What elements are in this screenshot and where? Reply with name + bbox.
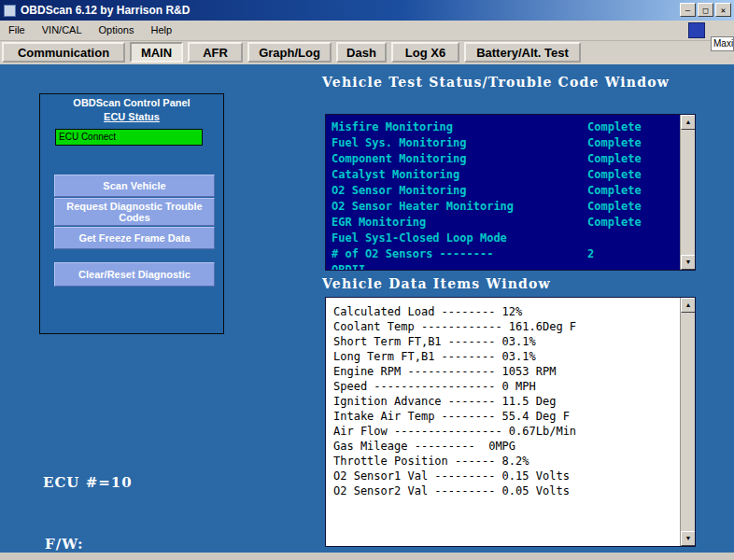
- maximize-button[interactable]: □: [698, 3, 713, 17]
- maxim-window-fragment: Maxim: [711, 36, 734, 51]
- tab-graph-log[interactable]: Graph/Log: [247, 42, 332, 63]
- minimize-button[interactable]: –: [680, 3, 696, 17]
- status-name: O2 Sensor Heater Monitoring: [332, 200, 514, 213]
- status-value: Complete: [587, 151, 642, 167]
- status-row: EGR MonitoringComplete: [326, 215, 680, 231]
- tab-afr[interactable]: AFR: [188, 42, 243, 63]
- data-line: O2 Sensor1 Val --------- 0.15 Volts: [326, 469, 680, 483]
- status-row: O2 Sensor Heater MonitoringComplete: [326, 199, 680, 215]
- background-window-fragment: [688, 22, 705, 38]
- status-row: OBDII: [326, 262, 680, 271]
- tab-communication[interactable]: Communication: [2, 42, 125, 63]
- data-scrollbar[interactable]: ▲ ▼: [680, 298, 695, 546]
- control-panel-title: OBDScan Control Panel: [40, 97, 223, 108]
- status-row: Component MonitoringComplete: [326, 151, 680, 167]
- status-value: Complete: [587, 215, 642, 231]
- data-line: Engine RPM ------------- 1053 RPM: [326, 364, 680, 379]
- ecu-status-field[interactable]: ECU Connect: [55, 129, 203, 146]
- control-panel: OBDScan Control Panel ECU Status ECU Con…: [39, 93, 224, 334]
- data-line: Gas Mileage --------- 0MPG: [326, 439, 680, 454]
- data-line: O2 Sensor2 Val --------- 0.05 Volts: [326, 483, 680, 498]
- status-name: Fuel Sys. Monitoring: [332, 136, 467, 149]
- bottom-edge-strip: [0, 553, 734, 560]
- status-row: O2 Sensor MonitoringComplete: [326, 183, 680, 199]
- scroll-up-icon[interactable]: ▲: [681, 298, 696, 313]
- data-line: Long Term FT,B1 -------- 03.1%: [326, 349, 680, 364]
- status-name: Fuel Sys1-Closed Loop Mode: [332, 231, 507, 245]
- scroll-down-icon[interactable]: ▼: [681, 255, 696, 270]
- status-row: # of O2 Sensors --------2: [326, 246, 680, 262]
- menu-item-options[interactable]: Options: [91, 21, 143, 40]
- scan-vehicle-button[interactable]: Scan Vehicle: [54, 175, 215, 197]
- status-name: Catalyst Monitoring: [332, 168, 459, 181]
- status-row: Fuel Sys1-Closed Loop Mode: [326, 231, 680, 246]
- fw-label: F/W:: [45, 536, 84, 553]
- data-window-title: Vehicle Data Items Window: [322, 276, 551, 291]
- status-window: Misfire MonitoringComplete Fuel Sys. Mon…: [325, 114, 696, 271]
- status-window-title: Vehicle Test Status/Trouble Code Window: [322, 75, 670, 90]
- status-value: Complete: [587, 119, 642, 135]
- tab-battery-alt-test[interactable]: Battery/Alt. Test: [464, 42, 581, 63]
- status-value: 2: [587, 246, 594, 262]
- status-value: Complete: [587, 135, 642, 151]
- status-name: Misfire Monitoring: [332, 120, 453, 133]
- request-dtc-button[interactable]: Request Diagnostic Trouble Codes: [54, 198, 215, 226]
- menu-item-vin-cal[interactable]: VIN/CAL: [34, 21, 91, 40]
- status-row: Catalyst MonitoringComplete: [326, 167, 680, 183]
- data-line: Ignition Advance ------- 11.5 Deg: [326, 394, 680, 409]
- data-line: Short Term FT,B1 ------- 03.1%: [326, 334, 680, 349]
- ecu-number-text: ECU #=10: [43, 474, 133, 491]
- status-row: Misfire MonitoringComplete: [326, 119, 680, 135]
- status-name: # of O2 Sensors --------: [332, 247, 493, 260]
- data-line: Speed ------------------ 0 MPH: [326, 379, 680, 394]
- data-line: Coolant Temp ------------ 161.6Deg F: [326, 319, 680, 334]
- get-freeze-frame-button[interactable]: Get Freeze Frame Data: [54, 227, 215, 249]
- status-value: Complete: [587, 183, 642, 199]
- status-name: EGR Monitoring: [332, 216, 426, 229]
- data-window: Calculated Load -------- 12% Coolant Tem…: [325, 297, 696, 547]
- app-window: OBDScan 6.12 by Harrison R&D – □ ✕ File …: [0, 0, 734, 560]
- tab-main[interactable]: MAIN: [130, 42, 183, 63]
- data-line: Air Flow ---------------- 0.67Lb/Min: [326, 424, 680, 439]
- status-scrollbar[interactable]: ▲ ▼: [680, 115, 695, 270]
- tab-dash[interactable]: Dash: [336, 42, 387, 63]
- data-line: Throttle Position ------ 8.2%: [326, 454, 680, 469]
- close-button[interactable]: ✕: [715, 3, 731, 17]
- data-line: Intake Air Temp -------- 55.4 Deg F: [326, 409, 680, 424]
- title-bar[interactable]: OBDScan 6.12 by Harrison R&D – □ ✕: [0, 0, 734, 21]
- scroll-down-icon[interactable]: ▼: [681, 531, 696, 546]
- scroll-up-icon[interactable]: ▲: [681, 115, 696, 130]
- data-line: Calculated Load -------- 12%: [326, 304, 680, 319]
- status-row: Fuel Sys. MonitoringComplete: [326, 135, 680, 151]
- status-value: Complete: [587, 167, 642, 183]
- menu-item-file[interactable]: File: [0, 21, 34, 40]
- menu-bar: File VIN/CAL Options Help: [0, 21, 734, 41]
- status-name: Component Monitoring: [332, 152, 467, 165]
- window-title: OBDScan 6.12 by Harrison R&D: [21, 4, 190, 17]
- clear-reset-button[interactable]: Clear/Reset Diagnostic: [54, 262, 215, 287]
- status-name: OBDII: [332, 263, 365, 271]
- status-name: O2 Sensor Monitoring: [332, 184, 467, 197]
- menu-item-help[interactable]: Help: [142, 21, 180, 40]
- ecu-status-label: ECU Status: [40, 111, 223, 122]
- app-icon: [4, 5, 16, 17]
- status-value: Complete: [587, 199, 642, 215]
- tab-log-x6[interactable]: Log X6: [391, 42, 459, 63]
